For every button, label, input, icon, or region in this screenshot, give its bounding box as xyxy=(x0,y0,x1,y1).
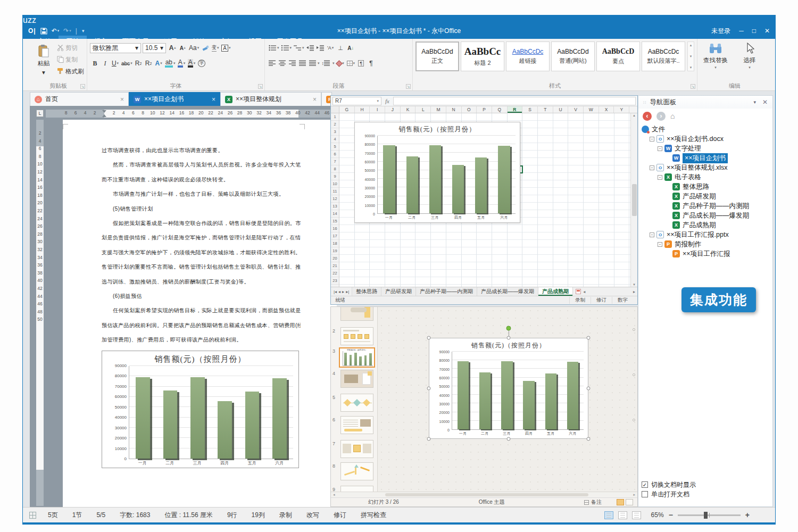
panel-grip-icon[interactable]: ⁞⁞ xyxy=(643,100,646,105)
status-item[interactable]: 9行 xyxy=(227,511,237,520)
status-item[interactable]: 改写 xyxy=(306,511,319,520)
document-tab[interactable]: ⌂首页× xyxy=(30,92,129,106)
excel-row-header[interactable]: 22 xyxy=(331,270,339,277)
tree-item[interactable]: -P简报制作 xyxy=(638,239,772,249)
borders-icon[interactable]: ▾ xyxy=(346,59,356,69)
excel-column-headers[interactable]: GHIJKLMNOPQRSTUVWXY xyxy=(331,106,637,113)
gallery-more-icon[interactable]: ▾ xyxy=(690,65,692,70)
document-tab[interactable]: X××项目整体规划× xyxy=(220,92,321,106)
cell-name-box[interactable]: R7▾ xyxy=(332,97,381,105)
cut-button[interactable]: 剪切 xyxy=(57,43,84,53)
slide-thumbnail[interactable] xyxy=(340,307,373,321)
excel-sheet-tab[interactable]: 产品研发期 xyxy=(381,287,416,296)
excel-row-header[interactable]: 6 xyxy=(331,151,339,158)
app-logo-icon[interactable]: O| xyxy=(28,27,36,35)
zoom-slider-handle[interactable] xyxy=(704,512,708,519)
excel-row-header[interactable]: 9 xyxy=(331,173,339,180)
scroll-up-icon[interactable]: ▴ xyxy=(690,43,692,47)
qat-customize-icon[interactable]: ▾ xyxy=(81,28,85,34)
maximize-icon[interactable]: □ xyxy=(752,27,756,35)
ppt-chart[interactable]: 销售额(元)（按照月份）0100002000030000400005000060… xyxy=(429,338,588,439)
close-icon[interactable]: ✕ xyxy=(764,27,770,35)
excel-column-header[interactable]: O xyxy=(462,106,477,113)
excel-status-item[interactable]: 录制 xyxy=(569,297,591,304)
tree-item[interactable]: -W文字处理 xyxy=(638,144,772,153)
excel-status-item[interactable]: 数字 xyxy=(612,297,633,304)
slide-thumbnail[interactable] xyxy=(340,394,373,412)
close-tab-icon[interactable]: × xyxy=(120,96,124,103)
excel-row-header[interactable]: 14 xyxy=(331,210,339,218)
excel-row-header[interactable]: 20 xyxy=(331,255,339,262)
scroll-up-icon[interactable]: ▲ xyxy=(633,114,636,117)
web-view-icon[interactable] xyxy=(618,511,627,519)
excel-column-header[interactable]: I xyxy=(370,106,385,113)
slide-thumbnail[interactable] xyxy=(340,416,373,434)
text-effects-icon[interactable]: A▾ xyxy=(154,59,164,69)
excel-column-header[interactable]: Q xyxy=(492,106,508,113)
text-direction-icon[interactable]: ⊥ xyxy=(336,43,346,53)
excel-row-header[interactable]: 11 xyxy=(331,188,339,195)
zoom-slider[interactable] xyxy=(678,514,741,516)
fx-icon[interactable]: fx xyxy=(383,98,392,104)
justify-icon[interactable] xyxy=(298,59,308,69)
zoom-in-icon[interactable]: + xyxy=(745,511,750,519)
checkbox-icon[interactable] xyxy=(642,491,648,497)
tree-item[interactable]: -O××项目整体规划.xlsx xyxy=(638,163,772,172)
copy-button[interactable]: 复制 xyxy=(57,55,84,64)
strikethrough-icon[interactable]: abc▾ xyxy=(120,59,134,69)
redo-icon[interactable]: ↷▾ xyxy=(63,27,71,35)
clipboard-dialog-launcher-icon[interactable]: ↘ xyxy=(80,84,85,89)
status-item[interactable]: 5页 xyxy=(48,511,58,520)
superscript-icon[interactable]: R2 xyxy=(144,59,154,69)
indent-marker-bottom-icon[interactable] xyxy=(102,114,106,117)
status-grid-icon[interactable] xyxy=(29,512,36,519)
scroll-right-icon[interactable]: ▸ xyxy=(633,493,635,497)
login-status[interactable]: 未登录 xyxy=(711,27,730,36)
excel-row-header[interactable]: 1 xyxy=(331,113,339,121)
close-tab-icon[interactable]: × xyxy=(212,96,215,103)
paste-button[interactable]: 粘贴▾ xyxy=(32,41,55,79)
excel-row-header[interactable]: 5 xyxy=(331,143,339,151)
tree-expander-icon[interactable]: - xyxy=(650,232,654,237)
excel-row-header[interactable]: 23 xyxy=(331,277,339,285)
excel-row-header[interactable]: 17 xyxy=(331,232,339,240)
excel-row-header[interactable]: 21 xyxy=(331,262,339,270)
enclose-char-icon[interactable]: 字 xyxy=(197,59,207,69)
sort-icon[interactable]: A↓ xyxy=(346,43,356,53)
nav-menu-icon[interactable]: ▾ xyxy=(753,99,756,105)
tree-expander-icon[interactable]: - xyxy=(658,146,662,151)
font-color-icon[interactable]: A▾ xyxy=(177,59,187,69)
excel-row-header[interactable]: 4 xyxy=(331,136,339,143)
excel-row-header[interactable]: 10 xyxy=(331,180,339,188)
tree-expander-icon[interactable]: - xyxy=(658,175,662,180)
scrollbar-thumb[interactable] xyxy=(632,184,637,216)
checkbox-row[interactable]: 单击打开文档 xyxy=(642,489,696,499)
document-text[interactable]: 过市场调查获得，由此也显示出市场调查的重要。然而，市场调查常被高层领导人与策划书… xyxy=(102,143,301,347)
slide-thumbnail[interactable] xyxy=(340,462,373,480)
excel-row-header[interactable]: 15 xyxy=(331,218,339,225)
normal-view-icon[interactable] xyxy=(617,499,624,505)
excel-column-header[interactable]: L xyxy=(415,106,431,113)
shading-icon[interactable]: ▾ xyxy=(336,59,346,69)
rotate-handle-icon[interactable] xyxy=(506,326,511,331)
tree-expander-icon[interactable]: - xyxy=(658,242,662,247)
subscript-icon[interactable]: R2 xyxy=(134,59,144,69)
status-item[interactable]: 拼写检查 xyxy=(361,511,386,520)
minimize-icon[interactable]: ─ xyxy=(739,27,744,35)
tree-item[interactable]: -O××项目企划书.docx xyxy=(638,134,772,144)
excel-row-header[interactable]: 8 xyxy=(331,165,339,173)
scroll-down-icon[interactable]: ▼ xyxy=(633,283,636,286)
tab-scroll-left-icon[interactable]: ◂ xyxy=(583,289,585,294)
style-card[interactable]: AaBbCcDc超链接 xyxy=(506,41,550,71)
tree-item[interactable]: X产品成熟期 xyxy=(638,220,772,230)
tree-item[interactable]: -X电子表格 xyxy=(638,172,772,182)
notes-button[interactable]: 备注 xyxy=(584,498,602,506)
slide-thumbnail[interactable] xyxy=(340,370,373,388)
style-card[interactable]: AaBbCcD要点 xyxy=(596,41,640,71)
scroll-left-icon[interactable]: ◂ xyxy=(333,493,335,497)
selection-handle[interactable] xyxy=(507,437,511,441)
excel-sheet-tab[interactable]: 产品成长期——爆发期 xyxy=(477,287,538,296)
horizontal-ruler[interactable]: 8642246810121416182022242628303234363840… xyxy=(46,110,335,118)
excel-row-header[interactable]: 2 xyxy=(331,121,339,128)
excel-row-header[interactable]: 3 xyxy=(331,128,339,136)
